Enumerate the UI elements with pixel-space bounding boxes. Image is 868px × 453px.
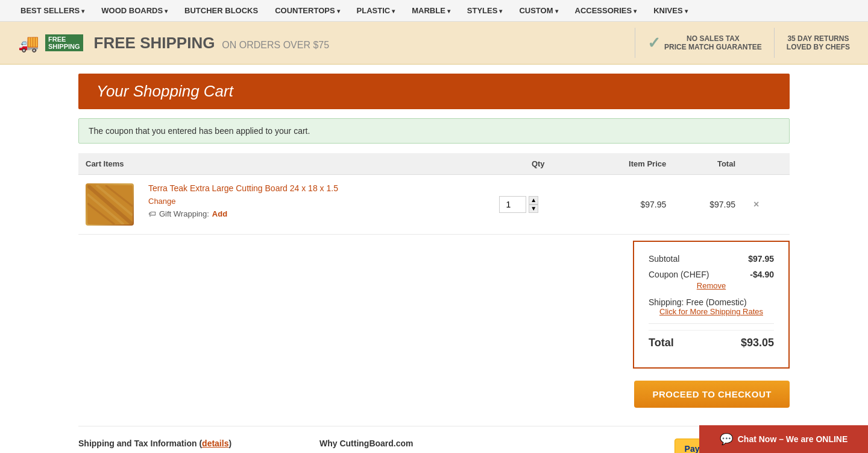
checkout-area: PROCEED TO CHECKOUT xyxy=(78,381,790,408)
change-link[interactable]: Change xyxy=(148,197,176,206)
badge2-line1: 35 DAY RETURNS xyxy=(787,34,850,43)
navigation: BEST SELLERS▾WOOD BOARDS▾BUTCHER BLOCKSC… xyxy=(12,0,856,21)
shipping-info-title: Shipping and Tax Information (details) xyxy=(78,439,307,448)
col-header-qty: Qty xyxy=(492,153,584,175)
coupon-section: Coupon (CHEF) -$4.90 Remove xyxy=(649,270,774,290)
remove-cell: × xyxy=(743,175,790,235)
gift-wrap-section: 🏷 Gift Wrapping: Add xyxy=(148,209,485,218)
why-col: Why CuttingBoard.com Family owned, we lo… xyxy=(319,439,549,453)
nav-item[interactable]: KNIVES▾ xyxy=(645,0,696,21)
shipping-rates-link[interactable]: Click for More Shipping Rates xyxy=(649,307,774,316)
total-label: Total xyxy=(649,337,674,349)
nav-item[interactable]: STYLES▾ xyxy=(459,0,511,21)
qty-up-button[interactable]: ▲ xyxy=(529,196,538,204)
cart-items: Terra Teak Extra Large Cutting Board 24 … xyxy=(78,175,790,235)
chevron-down-icon: ▾ xyxy=(499,8,502,14)
coupon-label: Coupon (CHEF) xyxy=(649,270,709,279)
chat-icon: 💬 xyxy=(720,432,733,446)
shipping-info-col: Shipping and Tax Information (details) F… xyxy=(78,439,307,453)
nav-item[interactable]: BEST SELLERS▾ xyxy=(12,0,93,21)
col-header-total: Total xyxy=(673,153,743,175)
chevron-down-icon: ▾ xyxy=(337,8,340,14)
nav-item[interactable]: MARBLE▾ xyxy=(403,0,459,21)
free-label: FREESHIPPING xyxy=(45,34,83,51)
quantity-input[interactable] xyxy=(499,196,526,213)
page-title: Your Shopping Cart xyxy=(96,82,772,101)
free-shipping-text: FREE SHIPPING xyxy=(94,34,215,52)
col-header-price: Item Price xyxy=(584,153,673,175)
badge1-line1: NO SALES TAX xyxy=(664,34,762,43)
coupon-notice: The coupon that you entered has been app… xyxy=(78,118,790,144)
gift-wrap-label: Gift Wrapping: xyxy=(159,209,209,218)
nav-link[interactable]: MARBLE▾ xyxy=(403,0,459,21)
product-name-cell: Terra Teak Extra Large Cutting Board 24 … xyxy=(141,175,492,235)
footer-info: Shipping and Tax Information (details) F… xyxy=(78,426,790,453)
nav-item[interactable]: BUTCHER BLOCKS xyxy=(176,0,266,21)
cart-row: Terra Teak Extra Large Cutting Board 24 … xyxy=(78,175,790,235)
badge2-line2: LOVED BY CHEFS xyxy=(787,43,850,51)
nav-link[interactable]: BEST SELLERS▾ xyxy=(12,0,93,21)
subtotal-label: Subtotal xyxy=(649,254,679,264)
chevron-down-icon: ▾ xyxy=(555,8,558,14)
tag-icon: 🏷 xyxy=(148,209,156,218)
item-total-cell: $97.95 xyxy=(673,175,743,235)
cart-summary-container: Subtotal $97.95 Coupon (CHEF) -$4.90 Rem… xyxy=(78,241,790,369)
badge1-line2: PRICE MATCH GUARANTEE xyxy=(664,43,762,51)
quantity-control: ▲ ▼ xyxy=(499,196,577,213)
truck-icon: 🚚 xyxy=(18,33,39,53)
cart-table: Cart Items Qty Item Price Total Terra Te… xyxy=(78,153,790,235)
quantity-cell: ▲ ▼ xyxy=(492,175,584,235)
total-row: Total $93.05 xyxy=(649,330,774,349)
chevron-down-icon: ▾ xyxy=(685,8,688,14)
chevron-down-icon: ▾ xyxy=(634,8,637,14)
promo-banner: 🚚 FREESHIPPING FREE SHIPPING ON ORDERS O… xyxy=(0,22,868,65)
product-name-link[interactable]: Terra Teak Extra Large Cutting Board 24 … xyxy=(148,183,338,193)
chevron-down-icon: ▾ xyxy=(81,8,84,14)
shipping-details-link[interactable]: details xyxy=(202,439,228,448)
nav-item[interactable]: WOOD BOARDS▾ xyxy=(93,0,176,21)
shipping-label: Shipping: Free (Domestic) xyxy=(649,297,774,307)
subtotal-row: Subtotal $97.95 xyxy=(649,254,774,264)
col-header-items: Cart Items xyxy=(78,153,492,175)
page-title-bar: Your Shopping Cart xyxy=(78,74,790,109)
product-thumbnail xyxy=(86,183,134,226)
chevron-down-icon: ▾ xyxy=(447,8,450,14)
nav-link[interactable]: KNIVES▾ xyxy=(645,0,696,21)
nav-item[interactable]: ACCESSORIES▾ xyxy=(567,0,646,21)
remove-item-button[interactable]: × xyxy=(750,199,763,210)
nav-item[interactable]: PLASTIC▾ xyxy=(348,0,404,21)
chevron-down-icon: ▾ xyxy=(392,8,395,14)
nav-link[interactable]: COUNTERTOPS▾ xyxy=(266,0,348,21)
nav-link[interactable]: ACCESSORIES▾ xyxy=(567,0,646,21)
badge-check-icon: ✓ xyxy=(647,34,661,52)
cart-summary-box: Subtotal $97.95 Coupon (CHEF) -$4.90 Rem… xyxy=(633,241,790,369)
banner-on-orders: ON ORDERS OVER $75 xyxy=(222,40,329,50)
item-price-cell: $97.95 xyxy=(584,175,673,235)
nav-link[interactable]: CUSTOM▾ xyxy=(511,0,566,21)
coupon-value: -$4.90 xyxy=(750,270,774,279)
no-tax-badge: ✓ NO SALES TAX PRICE MATCH GUARANTEE xyxy=(647,34,762,52)
nav-link[interactable]: STYLES▾ xyxy=(459,0,511,21)
product-image-cell xyxy=(78,175,141,235)
nav-item[interactable]: CUSTOM▾ xyxy=(511,0,566,21)
chat-label: Chat Now – We are ONLINE xyxy=(738,434,848,444)
why-title: Why CuttingBoard.com xyxy=(319,439,549,448)
total-value: $93.05 xyxy=(741,337,774,349)
chevron-down-icon: ▾ xyxy=(165,8,168,14)
nav-link[interactable]: PLASTIC▾ xyxy=(348,0,404,21)
nav-link[interactable]: WOOD BOARDS▾ xyxy=(93,0,176,21)
subtotal-value: $97.95 xyxy=(748,254,774,264)
proceed-to-checkout-button[interactable]: PROCEED TO CHECKOUT xyxy=(634,381,790,408)
shipping-section: Shipping: Free (Domestic) Click for More… xyxy=(649,297,774,316)
qty-down-button[interactable]: ▼ xyxy=(529,204,538,213)
coupon-row: Coupon (CHEF) -$4.90 xyxy=(649,270,774,279)
nav-item[interactable]: COUNTERTOPS▾ xyxy=(266,0,348,21)
nav-link[interactable]: BUTCHER BLOCKS xyxy=(176,0,266,21)
remove-coupon-link[interactable]: Remove xyxy=(649,281,774,290)
gift-wrap-add-link[interactable]: Add xyxy=(212,209,227,218)
chat-widget[interactable]: 💬 Chat Now – We are ONLINE xyxy=(699,425,868,453)
returns-badge: 35 DAY RETURNS LOVED BY CHEFS xyxy=(787,34,850,51)
